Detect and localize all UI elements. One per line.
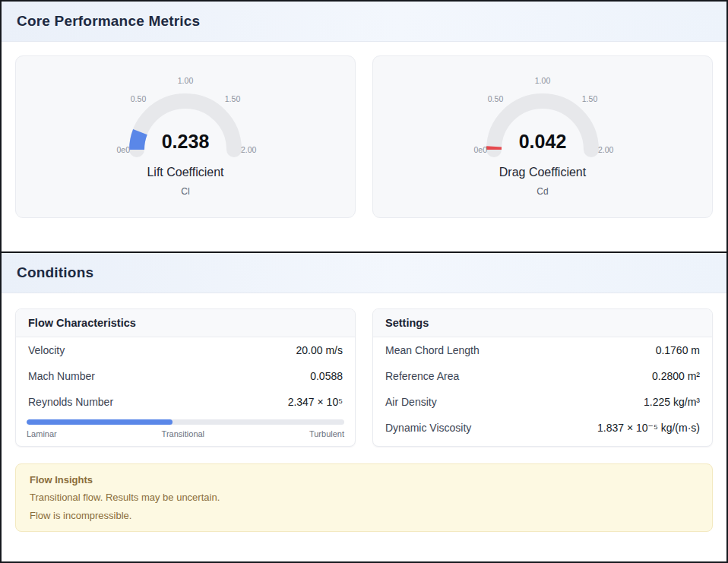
gauge-tick-3: 1.50 [582,94,598,103]
table-row: Mean Chord Length 0.1760 m [373,337,712,363]
regime-label-laminar: Laminar [27,429,57,438]
table-row: Air Density 1.225 kg/m³ [373,389,712,415]
flow-insight-message: Flow is incompressible. [30,510,698,521]
row-value: 20.00 m/s [296,344,343,356]
gauge-value: 0.238 [162,131,210,152]
regime-labels: Laminar Transitional Turbulent [27,429,344,438]
drag-coefficient-card: 0e0 0.50 1.00 1.50 2.00 0.042 Drag Coeff… [372,55,713,218]
lift-gauge-chart: 0e0 0.50 1.00 1.50 2.00 0.238 [94,64,277,170]
row-value: 1.225 kg/m³ [644,396,700,408]
row-label: Reynolds Number [28,396,113,408]
flow-insights-title: Flow Insights [30,474,698,486]
row-label: Mach Number [28,370,95,382]
flow-regime-indicator: Laminar Transitional Turbulent [16,415,355,446]
regime-label-turbulent: Turbulent [309,429,344,438]
gauge-tick-2: 1.00 [535,76,551,85]
gauge-value: 0.042 [519,131,567,152]
regime-label-transitional: Transitional [162,429,204,438]
table-row: Velocity 20.00 m/s [16,337,355,363]
gauge-tick-min: 0e0 [116,145,130,154]
gauge-tick-max: 2.00 [598,145,614,154]
row-value: 0.2800 m² [652,370,700,382]
table-row: Dynamic Viscosity 1.837 × 10⁻⁵ kg/(m·s) [373,415,712,441]
row-value: 1.837 × 10⁻⁵ kg/(m·s) [597,422,700,434]
conditions-section-title: Conditions [17,264,711,281]
gauge-symbol: Cl [181,186,189,197]
drag-gauge-chart: 0e0 0.50 1.00 1.50 2.00 0.042 [451,64,634,170]
lift-coefficient-card: 0e0 0.50 1.00 1.50 2.00 0.238 Lift Coeff… [15,55,356,218]
row-label: Velocity [28,344,65,356]
regime-bar-fill [27,419,173,425]
flow-insights-alert: Flow Insights Transitional flow. Results… [15,463,713,532]
conditions-cards-row: Flow Characteristics Velocity 20.00 m/s … [2,293,726,447]
flow-characteristics-card: Flow Characteristics Velocity 20.00 m/s … [15,308,356,447]
metrics-section-title: Core Performance Metrics [17,13,711,30]
row-value: 0.0588 [310,370,343,382]
gauge-label: Drag Coefficient [499,166,586,179]
row-label: Air Density [385,396,437,408]
row-value: 2.347 × 10⁵ [288,396,343,408]
gauge-cards-row: 0e0 0.50 1.00 1.50 2.00 0.238 Lift Coeff… [2,42,726,218]
table-row: Reynolds Number 2.347 × 10⁵ [16,389,355,415]
gauge-symbol: Cd [537,186,548,197]
table-row: Mach Number 0.0588 [16,363,355,389]
gauge-tick-1: 0.50 [131,94,147,103]
gauge-label: Lift Coefficient [147,166,223,179]
flow-insight-message: Transitional flow. Results may be uncert… [30,492,698,503]
gauge-tick-max: 2.00 [241,145,257,154]
gauge-tick-min: 0e0 [473,145,487,154]
row-value: 0.1760 m [656,344,700,356]
gauge-tick-1: 0.50 [488,94,504,103]
gauge-tick-2: 1.00 [178,76,194,85]
regime-bar-track [27,419,344,425]
row-label: Reference Area [385,370,459,382]
settings-card: Settings Mean Chord Length 0.1760 m Refe… [372,308,713,447]
gauge-tick-3: 1.50 [225,94,241,103]
row-label: Dynamic Viscosity [385,422,471,434]
flow-card-title: Flow Characteristics [16,309,355,337]
conditions-section-header: Conditions [2,251,726,293]
settings-card-title: Settings [373,309,712,337]
table-row: Reference Area 0.2800 m² [373,363,712,389]
row-label: Mean Chord Length [385,344,480,356]
metrics-section-header: Core Performance Metrics [2,2,726,42]
